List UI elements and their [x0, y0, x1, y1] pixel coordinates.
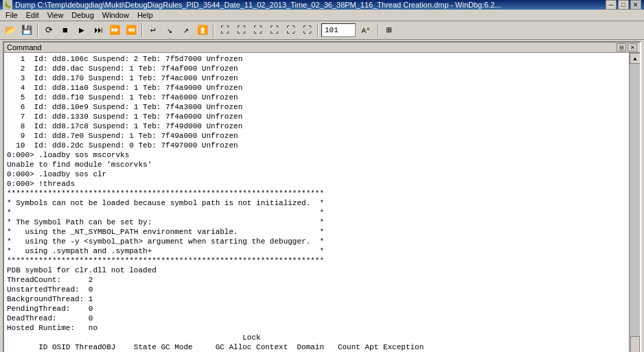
menu-window[interactable]: Window — [98, 10, 133, 21]
toolbar-sep-3 — [213, 23, 214, 37]
title-bar: 🐛 Dump C:\Temp\debugdiag\Mukti\DebugDiag… — [0, 0, 644, 10]
toolbar-btn-13[interactable]: ⛶ — [217, 23, 232, 38]
scroll-up-button[interactable]: ▲ — [630, 53, 640, 64]
menu-bar: File Edit View Debug Window Help — [0, 10, 644, 21]
title-bar-buttons: ─ □ ✕ — [606, 0, 641, 10]
toolbar-btn-3[interactable]: ⟳ — [41, 23, 56, 38]
title-text: Dump C:\Temp\debugdiag\Mukti\DebugDiagRu… — [15, 1, 501, 9]
toolbar-btn-19[interactable]: ⊞ — [382, 23, 397, 38]
address-input[interactable]: 101 — [321, 23, 356, 37]
maximize-button[interactable]: □ — [618, 0, 629, 10]
toolbar-btn-11[interactable]: ↗ — [179, 23, 194, 38]
command-close-button[interactable]: ✕ — [628, 43, 637, 51]
toolbar-btn-12[interactable]: ⏫ — [195, 23, 210, 38]
command-header-buttons: ⊟ ✕ — [617, 43, 637, 51]
toolbar-btn-9[interactable]: ↩ — [146, 23, 161, 38]
menu-view[interactable]: View — [43, 10, 68, 21]
minimize-button[interactable]: ─ — [606, 0, 617, 10]
menu-debug[interactable]: Debug — [67, 10, 97, 21]
toolbar-btn-6[interactable]: ⏭ — [91, 23, 106, 38]
app-window: 🐛 Dump C:\Temp\debugdiag\Mukti\DebugDiag… — [0, 0, 644, 352]
toolbar-btn-1[interactable]: 📂 — [3, 23, 18, 38]
toolbar-btn-15[interactable]: ⛶ — [250, 23, 265, 38]
command-header: Command ⊟ ✕ — [4, 43, 640, 53]
toolbar-sep-5 — [378, 23, 379, 37]
command-title: Command — [7, 43, 42, 51]
scroll-thumb[interactable] — [630, 336, 640, 352]
scroll-track[interactable] — [630, 64, 640, 352]
toolbar-sep-2 — [141, 23, 143, 37]
toolbar-btn-2[interactable]: 💾 — [19, 23, 34, 38]
toolbar-btn-5[interactable]: ▶ — [74, 23, 89, 38]
toolbar-btn-17[interactable]: ⛶ — [283, 23, 298, 38]
menu-help[interactable]: Help — [133, 10, 157, 21]
menu-file[interactable]: File — [1, 10, 22, 21]
scrollbar: ▲ ▼ — [629, 53, 640, 352]
toolbar-sep-4 — [317, 23, 319, 37]
toolbar-btn-18[interactable]: ⛶ — [299, 23, 314, 38]
command-text[interactable]: 1 Id: dd8.106c Suspend: 2 Teb: 7f5d7000 … — [4, 53, 629, 352]
toolbar-btn-16[interactable]: ⛶ — [266, 23, 281, 38]
command-panel: Command ⊟ ✕ 1 Id: dd8.106c Suspend: 2 Te… — [3, 41, 641, 352]
toolbar-btn-14[interactable]: ⛶ — [233, 23, 249, 38]
toolbar-btn-7[interactable]: ⏩ — [107, 23, 122, 38]
toolbar-btn-font[interactable]: Aᴬ — [357, 23, 375, 38]
toolbar-btn-4[interactable]: ■ — [58, 23, 73, 38]
command-content: 1 Id: dd8.106c Suspend: 2 Teb: 7f5d7000 … — [4, 53, 640, 352]
menu-edit[interactable]: Edit — [22, 10, 43, 21]
toolbar-btn-8[interactable]: ⏪ — [124, 23, 139, 38]
app-icon: 🐛 — [3, 0, 12, 10]
toolbar: 📂 💾 ⟳ ■ ▶ ⏭ ⏩ ⏪ ↩ ↘ ↗ ⏫ ⛶ ⛶ ⛶ ⛶ ⛶ ⛶ 101 … — [0, 21, 644, 40]
close-button[interactable]: ✕ — [630, 0, 641, 10]
toolbar-sep-1 — [37, 23, 38, 37]
main-area: Command ⊟ ✕ 1 Id: dd8.106c Suspend: 2 Te… — [0, 40, 644, 352]
command-dock-button[interactable]: ⊟ — [617, 43, 626, 51]
title-bar-text: 🐛 Dump C:\Temp\debugdiag\Mukti\DebugDiag… — [3, 0, 606, 10]
toolbar-btn-10[interactable]: ↘ — [162, 23, 177, 38]
